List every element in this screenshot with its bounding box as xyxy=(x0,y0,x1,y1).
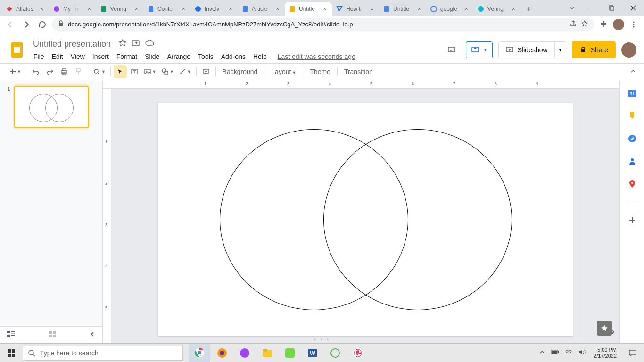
move-icon[interactable] xyxy=(132,39,140,49)
menu-addons[interactable]: Add-ons xyxy=(218,51,249,62)
speaker-notes-handle[interactable]: • • • xyxy=(314,337,330,343)
slideshow-button[interactable]: Slideshow xyxy=(498,41,555,58)
filmstrip-view-icon[interactable] xyxy=(7,331,15,339)
itunes-taskbar-icon[interactable] xyxy=(347,344,369,362)
menu-tools[interactable]: Tools xyxy=(195,51,217,62)
app-taskbar-icon[interactable] xyxy=(324,344,346,362)
profile-avatar-icon[interactable] xyxy=(613,19,624,30)
account-avatar-icon[interactable] xyxy=(621,42,636,58)
menu-view[interactable]: View xyxy=(67,51,88,62)
maps-icon[interactable] xyxy=(627,179,637,189)
browser-tab[interactable]: Venng× xyxy=(96,2,143,16)
forward-button[interactable] xyxy=(20,18,33,31)
word-taskbar-icon[interactable]: W xyxy=(302,344,323,362)
select-tool-button[interactable] xyxy=(114,65,127,78)
image-button[interactable]: ▼ xyxy=(142,65,158,78)
theme-button[interactable]: Theme xyxy=(306,68,334,75)
tray-expand-icon[interactable] xyxy=(538,349,546,356)
canvas-scroll[interactable] xyxy=(111,89,619,343)
slideshow-dropdown[interactable]: ▼ xyxy=(555,41,566,58)
wifi-icon[interactable] xyxy=(563,349,574,356)
close-icon[interactable]: × xyxy=(86,6,92,12)
taskbar-search[interactable]: Type here to search xyxy=(23,346,183,361)
textbox-button[interactable] xyxy=(128,65,141,78)
slide-thumbnail[interactable] xyxy=(14,86,89,128)
menu-file[interactable]: File xyxy=(30,51,48,62)
share-button[interactable]: Share xyxy=(572,41,616,58)
horizontal-ruler[interactable]: 1 2 3 4 5 6 7 8 9 xyxy=(111,80,619,89)
shape-button[interactable]: ▼ xyxy=(159,65,176,78)
browser-tab[interactable]: Involv× xyxy=(190,2,238,16)
present-to-meeting-button[interactable]: ▼ xyxy=(466,41,493,58)
browser-tab[interactable]: My Tri× xyxy=(49,2,96,16)
explorer-taskbar-icon[interactable] xyxy=(256,344,278,362)
contacts-icon[interactable] xyxy=(627,156,637,166)
collapse-toolbar-button[interactable] xyxy=(630,68,636,76)
extensions-icon[interactable] xyxy=(597,18,610,31)
slide-canvas[interactable] xyxy=(158,103,573,336)
comments-button[interactable] xyxy=(443,41,460,58)
bookmark-icon[interactable] xyxy=(581,20,588,29)
layout-button[interactable]: Layout▼ xyxy=(267,68,300,75)
firefox-taskbar-icon[interactable] xyxy=(211,344,233,362)
add-addon-icon[interactable] xyxy=(627,215,637,225)
line-button[interactable]: ▼ xyxy=(177,65,193,78)
background-button[interactable]: Background xyxy=(219,68,262,75)
cloud-status-icon[interactable] xyxy=(145,39,154,49)
battery-icon[interactable] xyxy=(549,349,561,356)
filmstrip[interactable]: 1 xyxy=(0,80,103,343)
url-input[interactable]: docs.google.com/presentation/d/1kbN7rXt4… xyxy=(52,18,594,31)
menu-help[interactable]: Help xyxy=(250,51,270,62)
minimize-button[interactable] xyxy=(579,1,601,15)
last-edit-link[interactable]: Last edit was seconds ago xyxy=(278,53,355,60)
notifications-icon[interactable] xyxy=(623,344,642,362)
close-icon[interactable]: × xyxy=(463,6,470,12)
menu-format[interactable]: Format xyxy=(113,51,140,62)
comment-button[interactable] xyxy=(199,65,213,78)
start-button[interactable] xyxy=(0,344,23,362)
browser-tab[interactable]: google× xyxy=(426,2,473,16)
menu-slide[interactable]: Slide xyxy=(141,51,163,62)
tray-clock[interactable]: 5:00 PM 2/17/2022 xyxy=(590,347,620,359)
volume-icon[interactable] xyxy=(577,349,587,357)
grid-view-icon[interactable] xyxy=(49,330,56,340)
chrome-taskbar-icon[interactable] xyxy=(189,344,210,362)
calendar-icon[interactable]: 31 xyxy=(627,89,637,98)
side-panel-expand-icon[interactable] xyxy=(609,328,617,337)
back-button[interactable] xyxy=(4,18,17,31)
star-icon[interactable] xyxy=(118,39,127,49)
close-icon[interactable]: × xyxy=(133,6,140,12)
menu-edit[interactable]: Edit xyxy=(49,51,66,62)
zoom-button[interactable]: ▼ xyxy=(91,65,107,78)
new-slide-button[interactable]: ▼ xyxy=(8,65,23,78)
menu-arrange[interactable]: Arrange xyxy=(164,51,194,62)
print-button[interactable] xyxy=(58,65,71,78)
close-icon[interactable]: × xyxy=(510,6,517,12)
close-icon[interactable]: × xyxy=(39,6,45,12)
browser-tab[interactable]: Venng× xyxy=(473,2,520,16)
close-window-button[interactable] xyxy=(622,1,644,15)
venn-circle-right[interactable] xyxy=(323,129,512,310)
close-icon[interactable]: × xyxy=(227,6,234,12)
browser-menu-icon[interactable] xyxy=(627,18,640,31)
reload-button[interactable] xyxy=(36,18,49,31)
vertical-ruler[interactable]: 1 2 3 4 5 xyxy=(103,89,111,343)
close-icon[interactable]: × xyxy=(369,6,375,12)
transition-button[interactable]: Transition xyxy=(340,68,377,75)
tasks-icon[interactable] xyxy=(627,134,637,143)
document-title[interactable]: Untitled presentation xyxy=(30,38,114,50)
browser-tab[interactable]: Untitle× xyxy=(379,2,426,16)
close-icon[interactable]: × xyxy=(416,6,422,12)
share-url-icon[interactable] xyxy=(570,20,577,29)
menu-insert[interactable]: Insert xyxy=(89,51,112,62)
redo-button[interactable] xyxy=(43,65,57,78)
upwork-taskbar-icon[interactable] xyxy=(279,344,301,362)
close-icon[interactable]: × xyxy=(322,6,328,12)
new-tab-button[interactable]: + xyxy=(522,3,536,16)
paint-format-button[interactable] xyxy=(72,65,85,78)
keep-icon[interactable] xyxy=(627,111,637,121)
tabs-dropdown-icon[interactable] xyxy=(565,5,579,11)
browser-tab[interactable]: How t× xyxy=(332,2,379,16)
close-icon[interactable]: × xyxy=(274,6,281,12)
browser-tab[interactable]: Alfafus× xyxy=(2,2,49,16)
